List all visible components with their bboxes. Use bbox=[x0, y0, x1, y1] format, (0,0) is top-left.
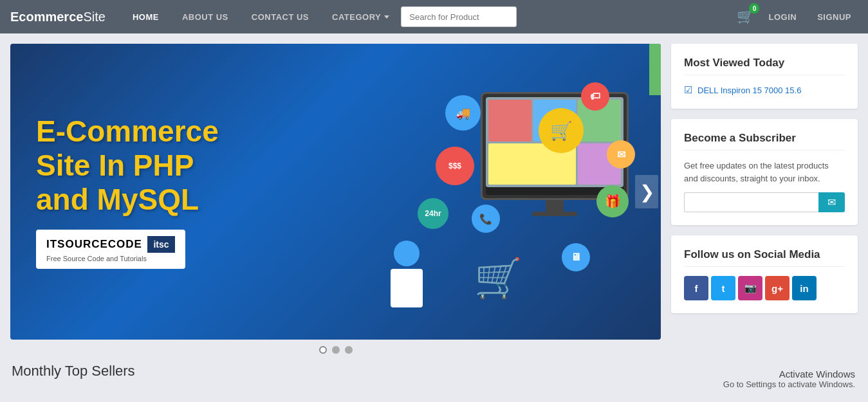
nav-home[interactable]: HOME bbox=[121, 0, 171, 33]
cart-badge: 0 bbox=[749, 3, 759, 14]
monthly-top-sellers-title: Monthly Top Sellers bbox=[10, 363, 661, 379]
carousel-dot-1[interactable] bbox=[319, 346, 327, 354]
most-viewed-item[interactable]: ☑ DELL Inspiron 15 7000 15.6 bbox=[684, 84, 845, 96]
carousel-section: E-Commerce Site In PHP and MySQL ITSOURC… bbox=[10, 44, 661, 379]
sidebar: Most Viewed Today ☑ DELL Inspiron 15 700… bbox=[671, 44, 858, 379]
social-media-title: Follow us on Social Media bbox=[684, 248, 845, 267]
login-button[interactable]: LOGIN bbox=[762, 9, 803, 25]
search-input[interactable] bbox=[401, 6, 517, 27]
logo-box: itsc bbox=[147, 236, 174, 253]
person-illustration bbox=[391, 241, 423, 307]
category-dropdown-caret bbox=[384, 15, 389, 19]
logo-text: ITSOURCECODE bbox=[46, 238, 142, 250]
cart-button[interactable]: 🛒 0 bbox=[737, 8, 754, 25]
subscriber-text: Get free updates on the latest products … bbox=[684, 160, 845, 185]
nav-links: HOME ABOUT US CONTACT US CATEGORY bbox=[121, 0, 737, 33]
main-content: E-Commerce Site In PHP and MySQL ITSOURC… bbox=[0, 33, 868, 390]
twitter-button[interactable]: t bbox=[711, 276, 735, 300]
monitor2-float-icon: 🖥 bbox=[562, 243, 590, 271]
subscriber-card: Become a Subscriber Get free updates on … bbox=[671, 119, 858, 225]
nav-about[interactable]: ABOUT US bbox=[171, 0, 240, 33]
most-viewed-title: Most Viewed Today bbox=[684, 57, 845, 75]
logo-sub: Free Source Code and Tutorials bbox=[46, 255, 175, 262]
carousel-dot-2[interactable] bbox=[332, 346, 340, 354]
checkmark-icon: ☑ bbox=[684, 84, 692, 96]
linkedin-button[interactable]: in bbox=[792, 276, 817, 300]
most-viewed-link[interactable]: DELL Inspiron 15 7000 15.6 bbox=[697, 86, 801, 95]
itsourcecode-logo: ITSOURCECODE itsc Free Source Code and T… bbox=[36, 230, 185, 269]
carousel-next-button[interactable]: ❯ bbox=[635, 175, 658, 208]
subscriber-email-input[interactable] bbox=[684, 192, 818, 212]
instagram-button[interactable]: 📷 bbox=[738, 276, 762, 300]
carousel-dot-3[interactable] bbox=[345, 346, 353, 354]
tag-float-icon: 🏷 bbox=[581, 82, 609, 111]
googleplus-button[interactable]: g+ bbox=[765, 276, 790, 300]
signup-button[interactable]: SIGNUP bbox=[811, 9, 858, 25]
nav-contact[interactable]: CONTACT US bbox=[240, 0, 320, 33]
carousel-dots bbox=[10, 346, 661, 354]
clock-float-icon: 24hr bbox=[418, 198, 448, 229]
most-viewed-card: Most Viewed Today ☑ DELL Inspiron 15 700… bbox=[671, 44, 858, 109]
cart-illustration: 🛒 bbox=[474, 255, 522, 301]
carousel: E-Commerce Site In PHP and MySQL ITSOURC… bbox=[10, 44, 661, 340]
carousel-graphics: 🛒 🚚 $$$ 🏷 ✉ 🎁 24hr 📞 🖥 🛒 bbox=[378, 57, 648, 327]
money-float-icon: $$$ bbox=[436, 147, 474, 185]
navbar: EcommerceSite HOME ABOUT US CONTACT US C… bbox=[0, 0, 868, 33]
truck-float-icon: 🚚 bbox=[445, 95, 481, 131]
gift-float-icon: 🎁 bbox=[596, 185, 629, 217]
carousel-text: E-Commerce Site In PHP and MySQL ITSOURC… bbox=[36, 114, 281, 269]
nav-category[interactable]: CATEGORY bbox=[320, 0, 401, 33]
nav-right: 🛒 0 LOGIN SIGNUP bbox=[737, 8, 858, 25]
phone-float-icon: 📞 bbox=[472, 205, 500, 233]
subscriber-submit-button[interactable]: ✉ bbox=[818, 192, 845, 212]
carousel-slide: E-Commerce Site In PHP and MySQL ITSOURC… bbox=[10, 44, 661, 340]
subscriber-form: ✉ bbox=[684, 192, 845, 212]
cart-float-icon: 🛒 bbox=[539, 108, 584, 153]
facebook-button[interactable]: f bbox=[684, 276, 708, 300]
social-media-card: Follow us on Social Media f t 📷 g+ in bbox=[671, 235, 858, 313]
mail-float-icon: ✉ bbox=[607, 140, 635, 169]
brand-logo[interactable]: EcommerceSite bbox=[10, 10, 106, 24]
subscriber-title: Become a Subscriber bbox=[684, 132, 845, 151]
social-icons: f t 📷 g+ in bbox=[684, 276, 845, 300]
carousel-heading: E-Commerce Site In PHP and MySQL bbox=[36, 114, 281, 217]
